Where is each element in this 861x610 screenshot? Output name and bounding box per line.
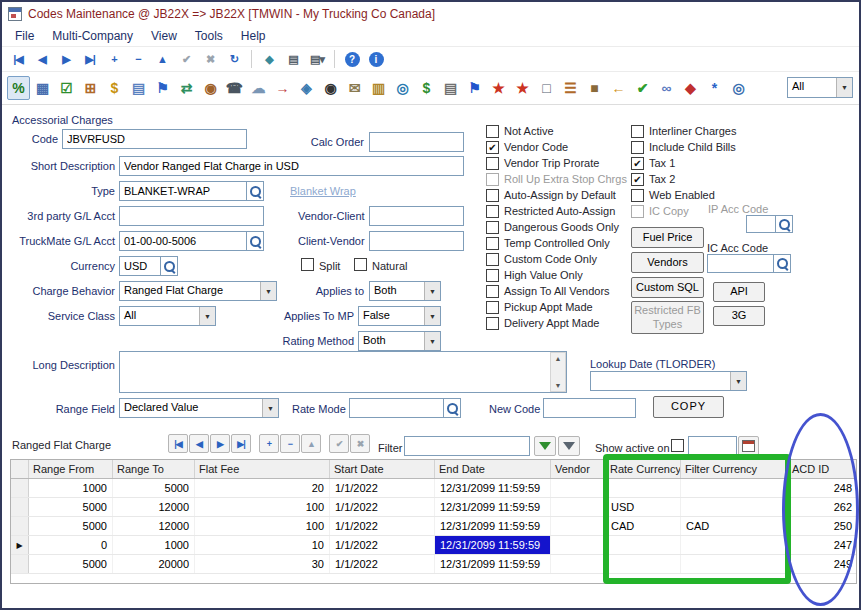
checkbox-box-ic-copy[interactable]	[631, 205, 644, 218]
grid-cell-2-rate-currency[interactable]: USD	[606, 498, 681, 516]
report-icon[interactable]: ▤	[439, 76, 462, 100]
grid-cell-2-flat-fee[interactable]: 100	[195, 498, 330, 516]
star-burst-icon[interactable]: ★	[487, 76, 510, 100]
mail-icon[interactable]: ✉	[343, 76, 366, 100]
type-link[interactable]: Blanket Wrap	[290, 185, 356, 197]
grid-cell-4-acd-id[interactable]: 247	[788, 536, 857, 554]
ledger-icon[interactable]: ☰	[559, 76, 582, 100]
driver-icon[interactable]: ◉	[199, 76, 222, 100]
checkbox-high-value-only[interactable]: High Value Only	[486, 267, 627, 283]
grid-cell-3-end-date[interactable]: 12/31/2099 11:59:59	[435, 517, 551, 535]
about-icon[interactable]: i	[365, 49, 387, 69]
checkbox-box-restricted-auto-assign[interactable]	[486, 205, 499, 218]
delete-record-icon[interactable]: −	[127, 49, 149, 69]
grid-cell-3-acd-id[interactable]: 250	[788, 517, 857, 535]
grid-cell-5-range-from[interactable]: 5000	[29, 555, 113, 573]
checkbox-box-roll-up-extra-stop-chrgs[interactable]	[486, 173, 499, 186]
chain-icon[interactable]: ∞	[655, 76, 678, 100]
menu-help[interactable]: Help	[232, 27, 275, 45]
checkbox-pickup-appt-made[interactable]: Pickup Appt Made	[486, 299, 627, 315]
applies-to-combo[interactable]: Both ▼	[369, 281, 441, 301]
charge-behavior-dropdown-icon[interactable]: ▼	[260, 282, 276, 300]
custom-sql-button[interactable]: Custom SQL	[631, 277, 704, 298]
grid-cell-3-start-date[interactable]: 1/1/2022	[330, 517, 435, 535]
checkbox-interliner-charges[interactable]: Interliner Charges	[631, 123, 736, 139]
rating-method-combo[interactable]: Both ▼	[358, 331, 441, 351]
grid-cell-5-range-to[interactable]: 20000	[113, 555, 195, 573]
scroll-down-icon[interactable]: ▼	[555, 380, 562, 391]
lookup-date-combo[interactable]: ▼	[590, 371, 747, 391]
audit-stamp-icon[interactable]: ◆	[258, 49, 280, 69]
truckmate-gl-input[interactable]	[119, 231, 247, 251]
cancel-edit-icon[interactable]: ✖	[199, 49, 221, 69]
checkbox-box-delivery-appt-made[interactable]	[486, 317, 499, 330]
transfer-icon[interactable]: ⇄	[175, 76, 198, 100]
rate-mode-lookup-button[interactable]	[444, 398, 461, 418]
long-description-textarea[interactable]	[119, 351, 567, 393]
grid-post-icon[interactable]: ✔	[329, 434, 349, 453]
grid-cell-5-rate-currency[interactable]	[606, 555, 681, 573]
checkbox-delivery-appt-made[interactable]: Delivery Appt Made	[486, 315, 627, 331]
grid-cell-3-rate-currency[interactable]: CAD	[606, 517, 681, 535]
applies-to-mp-combo[interactable]: False ▼	[358, 306, 441, 326]
grid-cell-1-rate-currency[interactable]	[606, 479, 681, 497]
grid-cell-1-filter-currency[interactable]	[681, 479, 788, 497]
turn-arrow-icon[interactable]: ←	[607, 76, 630, 100]
checkbox-roll-up-extra-stop-chrgs[interactable]: Roll Up Extra Stop Chrgs	[486, 171, 627, 187]
grid-cell-2-range-from[interactable]: 5000	[29, 498, 113, 516]
charge-behavior-combo[interactable]: Ranged Flat Charge ▼	[119, 281, 277, 301]
fuel-price-button[interactable]: Fuel Price	[631, 227, 704, 248]
compass-icon[interactable]: *	[703, 76, 726, 100]
grid-cell-3-range-from[interactable]: 5000	[29, 517, 113, 535]
grid-row-5[interactable]: 500020000301/1/202212/31/2099 11:59:5924…	[11, 555, 856, 574]
grid-row-4[interactable]: ▶01000101/1/202212/31/2099 11:59:59247	[11, 536, 856, 555]
vendor-client-input[interactable]	[369, 206, 464, 226]
grid-cancel-icon[interactable]: ✖	[350, 434, 370, 453]
scroll-up-icon[interactable]: ▲	[555, 353, 562, 364]
parcel-icon[interactable]: ■	[583, 76, 606, 100]
grid-cell-3-vendor[interactable]	[551, 517, 606, 535]
natural-checkbox[interactable]	[354, 258, 367, 271]
grid-cell-5-acd-id[interactable]: 249	[788, 555, 857, 573]
grid-cell-1-vendor[interactable]	[551, 479, 606, 497]
grid-col-header-acd-id[interactable]: ACD ID	[788, 460, 857, 478]
camera-icon[interactable]: ◉	[319, 76, 342, 100]
grid-last-icon[interactable]: ▶|	[231, 434, 251, 453]
first-record-icon[interactable]: |◀	[7, 49, 29, 69]
checkbox-box-not-active[interactable]	[486, 125, 499, 138]
currency-input[interactable]	[119, 256, 161, 276]
flag-alt-icon[interactable]: ⚑	[463, 76, 486, 100]
checkbox-box-temp-controlled-only[interactable]	[486, 237, 499, 250]
grid-col-header-vendor[interactable]: Vendor	[551, 460, 606, 478]
approve-icon[interactable]: ✔	[631, 76, 654, 100]
split-checkbox[interactable]	[301, 258, 314, 271]
grid-col-header-start-date[interactable]: Start Date	[330, 460, 435, 478]
globe-icon[interactable]: ◎	[391, 76, 414, 100]
show-active-checkbox[interactable]	[671, 439, 684, 452]
checkbox-tax-2[interactable]: ✔Tax 2	[631, 171, 736, 187]
print-icon[interactable]: ▤	[282, 49, 304, 69]
checkbox-custom-code-only[interactable]: Custom Code Only	[486, 251, 627, 267]
grid-cell-4-range-from[interactable]: 0	[29, 536, 113, 554]
checkbox-box-web-enabled[interactable]	[631, 189, 644, 202]
checkbox-box-auto-assign-by-default[interactable]	[486, 189, 499, 202]
post-edit-icon[interactable]: ✔	[175, 49, 197, 69]
grid-cell-5-end-date[interactable]: 12/31/2099 11:59:59	[435, 555, 551, 573]
insert-record-icon[interactable]: +	[103, 49, 125, 69]
ic-acc-code-lookup-button[interactable]	[774, 254, 791, 273]
grid-col-header-range-from[interactable]: Range From	[29, 460, 113, 478]
checkbox-assign-to-all-vendors[interactable]: Assign To All Vendors	[486, 283, 627, 299]
grid-cell-1-acd-id[interactable]: 248	[788, 479, 857, 497]
client-vendor-input[interactable]	[369, 231, 464, 251]
checklist-icon[interactable]: ☑	[55, 76, 78, 100]
flag-icon[interactable]: ⚑	[151, 76, 174, 100]
type-input[interactable]	[119, 181, 247, 201]
grid-cell-5-start-date[interactable]: 1/1/2022	[330, 555, 435, 573]
checkbox-box-vendor-code[interactable]: ✔	[486, 141, 499, 154]
grid-cell-2-filter-currency[interactable]	[681, 498, 788, 516]
page-icon[interactable]: □	[535, 76, 558, 100]
ic-acc-code-input[interactable]	[707, 254, 774, 273]
route-icon[interactable]: →	[271, 76, 294, 100]
checkbox-web-enabled[interactable]: Web Enabled	[631, 187, 736, 203]
code-input[interactable]	[62, 129, 247, 149]
